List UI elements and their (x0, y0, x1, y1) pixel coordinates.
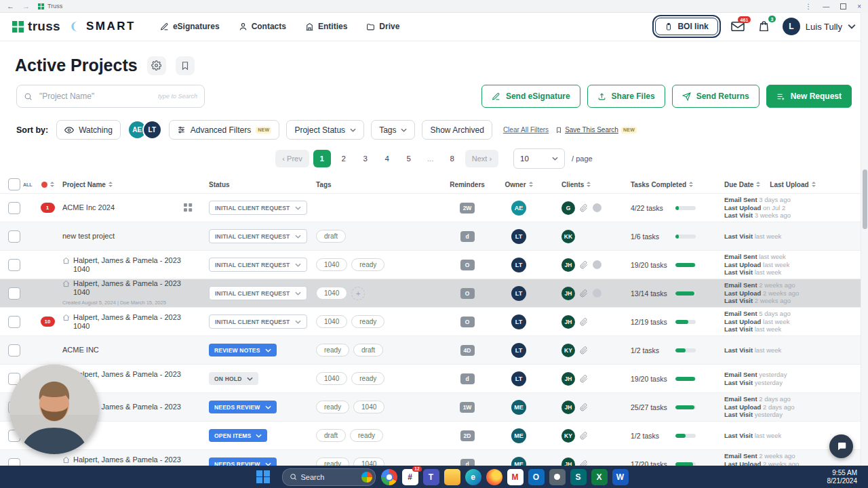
row-checkbox[interactable] (8, 259, 20, 271)
filter-avatar[interactable]: LT (142, 120, 162, 140)
table-row[interactable]: Halpert, James & Pamela - 20231040INITIA… (0, 250, 868, 279)
chrome-icon[interactable] (381, 469, 397, 485)
firefox-icon[interactable] (486, 469, 502, 485)
advanced-filters-button[interactable]: Advanced Filters NEW (169, 120, 280, 140)
boi-link-button[interactable]: BOI link (655, 18, 717, 35)
project-search[interactable]: type to Search (16, 85, 205, 108)
sharepoint-icon[interactable]: S (570, 469, 587, 485)
outlook-icon[interactable]: O (528, 469, 545, 485)
reminder-badge[interactable]: 2D (460, 430, 475, 441)
tag-pill[interactable]: 1040 (316, 372, 347, 385)
slack-icon[interactable]: #12 (402, 469, 418, 485)
status-dropdown[interactable]: NEEDS REVIEW (209, 458, 277, 466)
select-all-checkbox[interactable] (8, 178, 20, 190)
sort-icon[interactable] (108, 182, 113, 187)
show-archived-toggle[interactable]: Show Archived (422, 120, 492, 140)
client-avatar[interactable]: JH (561, 287, 575, 300)
status-dropdown[interactable]: NEEDS REVIEW (209, 401, 277, 413)
taskbar-clock[interactable]: 9:55 AM 8/21/2024 (827, 469, 862, 485)
project-name[interactable]: ACME Inc 2024 (62, 203, 115, 212)
status-dropdown[interactable]: REVIEW NOTES (209, 344, 277, 357)
reminder-badge[interactable]: d (460, 231, 475, 242)
truss-logo[interactable]: truss (12, 19, 60, 34)
paperclip-icon[interactable] (580, 289, 588, 298)
tag-pill[interactable]: ready (351, 372, 384, 385)
tag-pill[interactable]: draft (353, 344, 383, 357)
client-avatar[interactable]: JH (561, 258, 575, 272)
sort-icon[interactable] (50, 182, 54, 187)
table-row[interactable]: 1ACME Inc 2024INITIAL CLIENT REQUEST2WAE… (0, 193, 868, 222)
tag-pill[interactable]: 1040 (316, 315, 347, 328)
user-menu[interactable]: L Luis Tully (783, 18, 856, 35)
user-avatar[interactable]: L (783, 18, 800, 35)
app-grid-icon[interactable] (184, 203, 193, 212)
webcam-overlay[interactable] (9, 365, 99, 454)
reminder-badge[interactable]: O (460, 260, 475, 270)
gmail-icon[interactable]: M (507, 469, 524, 485)
next-page-button[interactable]: Next › (465, 150, 498, 167)
nav-item-drive[interactable]: Drive (366, 22, 399, 31)
client-avatar[interactable]: JH (561, 401, 575, 414)
edge-icon[interactable]: e (465, 469, 481, 485)
page-button[interactable]: 2 (335, 150, 353, 167)
start-button[interactable] (256, 470, 270, 484)
project-name-cell[interactable]: Halpert, James & Pamela - 20231040Create… (62, 279, 205, 307)
table-row[interactable]: Halpert, James & Pamela - 20231040Create… (0, 279, 868, 307)
row-checkbox[interactable] (8, 458, 20, 466)
back-icon[interactable]: ← (7, 3, 14, 10)
scrollbar-thumb[interactable] (863, 169, 867, 229)
tag-pill[interactable]: ready (316, 344, 349, 357)
project-name[interactable]: ACME INC (62, 346, 99, 354)
paperclip-icon[interactable] (580, 261, 588, 269)
client-avatar[interactable]: G (561, 201, 575, 215)
client-avatar[interactable]: JH (561, 458, 575, 466)
table-row[interactable]: Halpert, James & Pamela - 20231040ON HOL… (0, 364, 868, 392)
client-avatar[interactable]: KY (561, 344, 575, 357)
row-checkbox[interactable] (8, 344, 20, 357)
status-dropdown[interactable]: OPEN ITEMS (209, 429, 267, 442)
word-icon[interactable]: W (612, 469, 629, 485)
page-button[interactable]: 1 (313, 150, 331, 167)
page-settings-button[interactable] (147, 56, 166, 75)
project-status-filter[interactable]: Project Status (286, 120, 364, 140)
reminder-badge[interactable]: d (460, 373, 475, 384)
page-button[interactable]: 4 (378, 150, 396, 167)
sort-icon[interactable] (587, 182, 591, 187)
sort-icon[interactable] (529, 182, 533, 187)
status-dropdown[interactable]: INITIAL CLIENT REQUEST (209, 286, 307, 300)
client-avatar[interactable]: JH (561, 372, 575, 386)
prev-page-button[interactable]: ‹ Prev (275, 150, 309, 167)
window-menu-icon[interactable]: ⋮ (805, 3, 812, 10)
tag-pill[interactable]: ready (351, 258, 384, 271)
reminder-badge[interactable]: 1W (460, 402, 475, 413)
paperclip-icon[interactable] (580, 375, 588, 383)
page-size-select[interactable]: 10 (513, 148, 565, 169)
nav-item-entities[interactable]: Entities (305, 22, 347, 31)
close-button[interactable]: × (857, 3, 861, 10)
share-files-button[interactable]: Share Files (587, 85, 665, 108)
settings-icon[interactable] (549, 469, 566, 485)
filter-avatars[interactable]: AELT (127, 120, 162, 140)
status-dropdown[interactable]: INITIAL CLIENT REQUEST (209, 229, 307, 243)
owner-avatar[interactable]: LT (511, 258, 526, 272)
new-request-button[interactable]: New Request (766, 85, 852, 108)
cart-button[interactable]: 3 (757, 20, 770, 33)
client-avatar[interactable]: JH (561, 315, 575, 329)
project-name-cell[interactable]: new test project (62, 232, 205, 241)
owner-avatar[interactable]: ME (511, 400, 526, 415)
table-row[interactable]: Halpert, James & Pamela - 20231040NEEDS … (0, 449, 868, 466)
project-name[interactable]: Halpert, James & Pamela - 2023 (73, 455, 181, 464)
owner-avatar[interactable]: ME (511, 428, 526, 443)
excel-icon[interactable]: X (591, 469, 608, 485)
row-checkbox[interactable] (8, 316, 20, 328)
table-row[interactable]: OPEN ITEMSdraftready2DMEKY1/2 tasksLast … (0, 421, 868, 449)
minimize-button[interactable]: — (823, 3, 829, 10)
tag-pill[interactable]: draft (316, 230, 346, 243)
reminder-badge[interactable]: 2W (460, 203, 475, 214)
file-explorer-icon[interactable] (444, 469, 460, 485)
project-name-cell[interactable]: Halpert, James & Pamela - 20231040 (62, 313, 205, 331)
project-name[interactable]: new test project (62, 232, 115, 241)
owner-avatar[interactable]: AE (511, 201, 526, 216)
mail-button[interactable]: 461 (730, 20, 745, 33)
project-name[interactable]: Halpert, James & Pamela - 2023 (73, 279, 181, 288)
